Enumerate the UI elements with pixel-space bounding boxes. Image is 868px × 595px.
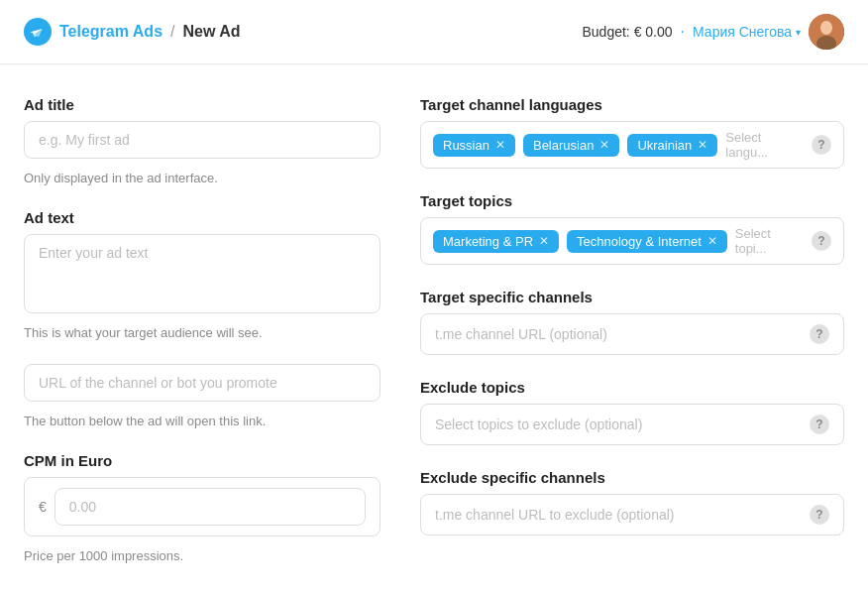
ad-title-label: Ad title — [24, 96, 380, 113]
user-menu-button[interactable]: Мария Снегова ▾ — [693, 24, 801, 40]
ad-title-input[interactable] — [24, 121, 380, 159]
breadcrumb-current-page: New Ad — [182, 23, 240, 41]
main-content: Ad title Only displayed in the ad interf… — [0, 64, 868, 595]
user-avatar[interactable] — [809, 14, 844, 50]
telegram-logo-icon — [24, 18, 52, 46]
target-topics-group: Target topics Marketing & PR ✕ Technolog… — [420, 192, 844, 265]
exclude-channels-label: Exclude specific channels — [420, 469, 844, 486]
exclude-topics-label: Exclude topics — [420, 379, 844, 396]
left-column: Ad title Only displayed in the ad interf… — [24, 96, 380, 563]
tag-technology: Technology & Internet ✕ — [567, 230, 727, 253]
target-topics-input[interactable]: Marketing & PR ✕ Technology & Internet ✕… — [420, 217, 844, 265]
target-topics-help-icon[interactable]: ? — [812, 231, 831, 251]
tag-belarusian-text: Belarusian — [533, 138, 594, 153]
avatar-image — [809, 14, 844, 50]
target-languages-label: Target channel languages — [420, 96, 844, 113]
tag-russian: Russian ✕ — [433, 134, 515, 157]
tag-belarusian: Belarusian ✕ — [523, 134, 619, 157]
tag-russian-text: Russian — [443, 138, 489, 153]
header-left: Telegram Ads / New Ad — [24, 18, 241, 46]
url-group: The button below the ad will open this l… — [24, 364, 380, 428]
ad-title-hint: Only displayed in the ad interface. — [24, 171, 380, 185]
tag-marketing: Marketing & PR ✕ — [433, 230, 559, 253]
cpm-group: CPM in Euro € Price per 1000 impressions… — [24, 452, 380, 563]
ad-text-label: Ad text — [24, 209, 380, 226]
ad-title-group: Ad title Only displayed in the ad interf… — [24, 96, 380, 185]
url-input[interactable] — [24, 364, 380, 402]
exclude-channels-input[interactable] — [435, 507, 802, 523]
dot-separator: · — [681, 23, 685, 41]
cpm-hint: Price per 1000 impressions. — [24, 548, 380, 563]
exclude-channels-group: Exclude specific channels ? — [420, 469, 844, 536]
tag-marketing-text: Marketing & PR — [443, 234, 533, 249]
language-select-placeholder: Select langu... — [725, 130, 804, 160]
cpm-input-wrapper: € — [24, 477, 380, 536]
tag-ukrainian-text: Ukrainian — [637, 138, 692, 153]
tag-technology-close[interactable]: ✕ — [707, 235, 717, 247]
target-languages-help-icon[interactable]: ? — [812, 135, 831, 155]
right-column: Target channel languages Russian ✕ Belar… — [420, 96, 844, 563]
url-hint: The button below the ad will open this l… — [24, 414, 380, 428]
target-channels-input[interactable] — [435, 326, 802, 342]
chevron-down-icon: ▾ — [796, 27, 801, 38]
target-languages-input[interactable]: Russian ✕ Belarusian ✕ Ukrainian ✕ Selec… — [420, 121, 844, 169]
budget-display: Budget: € 0.00 — [583, 24, 673, 40]
exclude-channels-input-wrapper: ? — [420, 494, 844, 536]
topic-select-placeholder: Select topi... — [735, 226, 804, 256]
exclude-channels-help-icon[interactable]: ? — [810, 505, 829, 525]
target-languages-group: Target channel languages Russian ✕ Belar… — [420, 96, 844, 169]
svg-point-2 — [820, 21, 832, 35]
ad-text-input[interactable] — [24, 234, 380, 313]
target-topics-label: Target topics — [420, 192, 844, 209]
exclude-topics-help-icon[interactable]: ? — [810, 415, 829, 434]
user-name-text: Мария Снегова — [693, 24, 792, 40]
ad-text-hint: This is what your target audience will s… — [24, 325, 380, 340]
breadcrumb-app-link[interactable]: Telegram Ads — [59, 23, 163, 41]
header-right: Budget: € 0.00 · Мария Снегова ▾ — [583, 14, 845, 50]
tag-ukrainian-close[interactable]: ✕ — [698, 139, 707, 151]
tag-russian-close[interactable]: ✕ — [495, 139, 505, 151]
header: Telegram Ads / New Ad Budget: € 0.00 · М… — [0, 0, 868, 64]
tag-technology-text: Technology & Internet — [577, 234, 702, 249]
tag-belarusian-close[interactable]: ✕ — [599, 139, 609, 151]
tag-ukrainian: Ukrainian ✕ — [627, 134, 717, 157]
target-channels-input-wrapper: ? — [420, 313, 844, 355]
exclude-topics-input[interactable] — [435, 416, 802, 432]
cpm-input[interactable] — [54, 488, 366, 526]
euro-symbol: € — [39, 499, 47, 515]
target-channels-group: Target specific channels ? — [420, 289, 844, 355]
target-channels-label: Target specific channels — [420, 289, 844, 305]
cpm-label: CPM in Euro — [24, 452, 380, 469]
target-channels-help-icon[interactable]: ? — [810, 324, 829, 344]
exclude-topics-input-wrapper: ? — [420, 404, 844, 445]
breadcrumb-separator: / — [170, 23, 174, 41]
ad-text-group: Ad text This is what your target audienc… — [24, 209, 380, 340]
exclude-topics-group: Exclude topics ? — [420, 379, 844, 445]
breadcrumb: Telegram Ads / New Ad — [59, 23, 241, 41]
tag-marketing-close[interactable]: ✕ — [539, 235, 549, 247]
